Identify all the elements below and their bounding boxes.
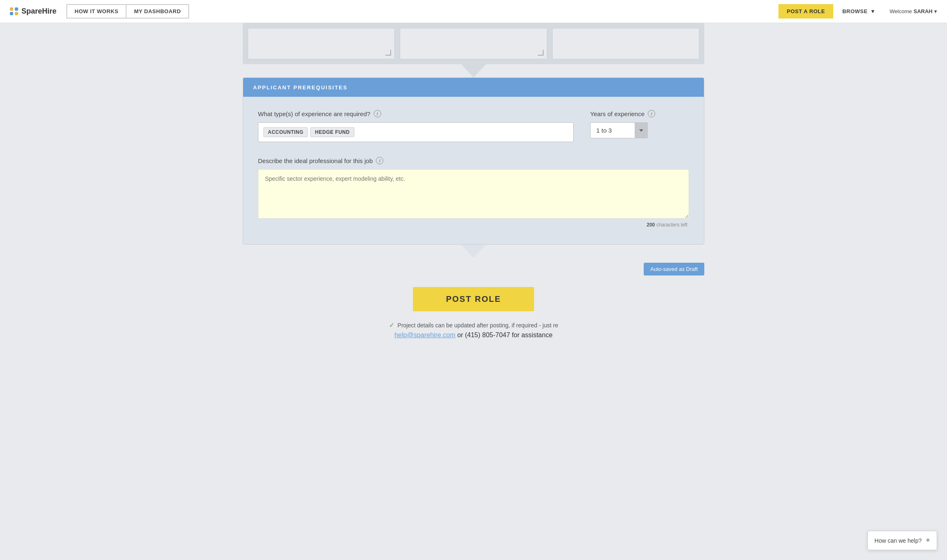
auto-save-row: Auto-saved as Draft	[243, 263, 704, 275]
nav-right: POST A ROLE BROWSE ▼ Welcome SARAH ▾	[778, 4, 937, 19]
help-widget[interactable]: How can we help? +	[867, 531, 937, 550]
ideal-label-row: Describe the ideal professional for this…	[258, 157, 689, 164]
footer-contact-row: help@sparehire.com or (415) 805-7047 for…	[243, 331, 704, 339]
years-experience-label-text: Years of experience	[590, 110, 645, 117]
welcome-chevron-icon: ▾	[934, 8, 937, 14]
top-cards-area	[243, 23, 704, 64]
bottom-connector-arrow	[461, 245, 486, 258]
footer-note: ✓ Project details can be updated after p…	[243, 321, 704, 339]
post-role-button[interactable]: POST ROLE	[413, 287, 534, 311]
ideal-professional-label-text: Describe the ideal professional for this…	[258, 157, 373, 164]
ideal-professional-textarea[interactable]	[258, 169, 689, 219]
logo-dot-4	[15, 12, 18, 15]
section-body: What type(s) of experience are required?…	[243, 97, 704, 244]
logo[interactable]: SpareHire	[10, 7, 56, 16]
top-card-2	[400, 28, 547, 59]
help-plus-icon: +	[926, 536, 930, 545]
experience-type-label-text: What type(s) of experience are required?	[258, 110, 370, 117]
char-count-number: 200	[647, 222, 655, 228]
experience-type-group: What type(s) of experience are required?…	[258, 110, 574, 142]
tag-accounting[interactable]: ACCOUNTING	[263, 127, 308, 137]
nav-how-it-works[interactable]: HOW IT WORKS	[66, 4, 126, 19]
card-corner-icon	[538, 50, 544, 56]
logo-text: SpareHire	[21, 7, 56, 16]
help-widget-label: How can we help?	[874, 537, 921, 544]
experience-type-label: What type(s) of experience are required?…	[258, 110, 574, 117]
nav-post-role-button[interactable]: POST A ROLE	[778, 4, 833, 19]
footer-phone-text: or (415) 805-7047 for assistance	[457, 331, 553, 338]
browse-label: BROWSE	[842, 8, 868, 14]
experience-row: What type(s) of experience are required?…	[258, 110, 689, 142]
footer-email-link[interactable]: help@sparehire.com	[394, 331, 455, 338]
top-card-1	[248, 28, 395, 59]
welcome-prefix: Welcome	[890, 8, 912, 14]
card-corner-icon	[385, 50, 391, 56]
footer-note-text: Project details can be updated after pos…	[398, 322, 558, 329]
ideal-professional-info-icon[interactable]: i	[376, 157, 383, 164]
years-experience-info-icon[interactable]: i	[648, 110, 655, 117]
char-count-label: characters left	[656, 222, 687, 228]
welcome-name[interactable]: SARAH	[914, 8, 933, 14]
logo-icon	[10, 7, 18, 16]
top-card-3	[552, 28, 699, 59]
nav-links: HOW IT WORKS MY DASHBOARD	[66, 4, 189, 19]
years-select-wrapper: 1 to 3 3 to 5 5 to 7 7 to 10 10+	[590, 122, 648, 138]
tag-hedge-fund[interactable]: HEDGE FUND	[310, 127, 354, 137]
years-select[interactable]: 1 to 3 3 to 5 5 to 7 7 to 10 10+	[590, 122, 648, 138]
post-role-row: POST ROLE	[243, 287, 704, 311]
check-icon: ✓	[389, 321, 394, 329]
page-content: APPLICANT PREREQUISITES What type(s) of …	[234, 23, 713, 355]
nav-my-dashboard[interactable]: MY DASHBOARD	[126, 4, 189, 19]
section-header: APPLICANT PREREQUISITES	[243, 78, 704, 97]
welcome-text: Welcome SARAH ▾	[890, 8, 937, 14]
ideal-professional-group: Describe the ideal professional for this…	[258, 157, 689, 228]
logo-dot-2	[15, 7, 18, 11]
applicant-prerequisites-section: APPLICANT PREREQUISITES What type(s) of …	[243, 77, 704, 245]
experience-type-info-icon[interactable]: i	[374, 110, 381, 117]
logo-dot-1	[10, 7, 13, 11]
years-experience-label: Years of experience i	[590, 110, 689, 117]
section-connector-arrow	[461, 64, 486, 77]
section-title: APPLICANT PREREQUISITES	[253, 84, 347, 91]
logo-dot-3	[10, 12, 13, 15]
nav-browse-button[interactable]: BROWSE ▼	[835, 4, 883, 19]
char-count: 200 characters left	[258, 222, 689, 228]
browse-chevron-icon: ▼	[870, 8, 875, 14]
auto-saved-badge: Auto-saved as Draft	[644, 263, 704, 275]
experience-tags-input[interactable]: ACCOUNTING HEDGE FUND	[258, 122, 574, 142]
navbar: SpareHire HOW IT WORKS MY DASHBOARD POST…	[0, 0, 947, 23]
footer-note-row: ✓ Project details can be updated after p…	[243, 321, 704, 329]
years-experience-group: Years of experience i 1 to 3 3 to 5 5 to…	[590, 110, 689, 138]
